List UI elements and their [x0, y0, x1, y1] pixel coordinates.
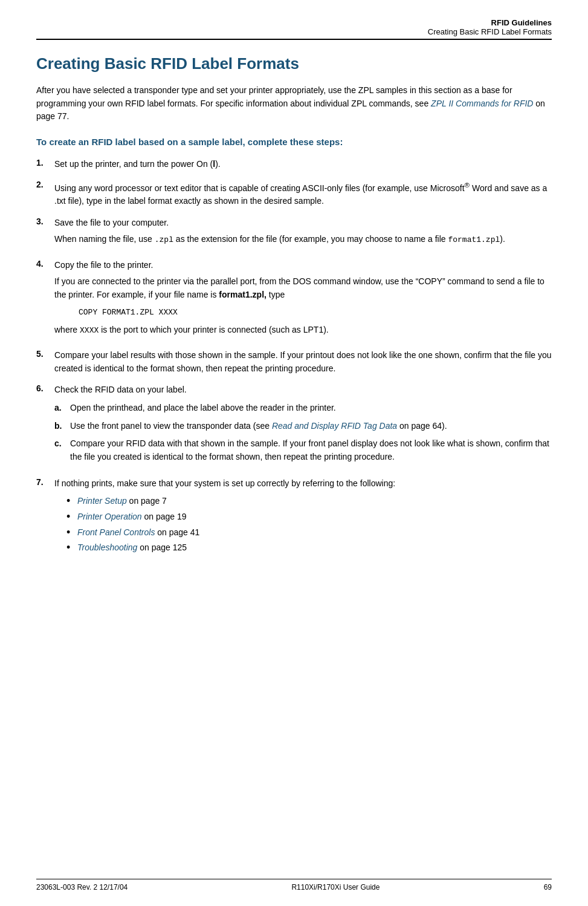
- step-3-content: Save the file to your computer. When nam…: [54, 217, 552, 250]
- step-5: 5. Compare your label results with those…: [36, 349, 552, 375]
- step-6c-label: c.: [54, 437, 70, 451]
- header-title: RFID Guidelines: [36, 18, 552, 27]
- bullet-dot-2: •: [66, 510, 77, 524]
- step-4-content: Copy the file to the printer. If you are…: [54, 259, 552, 341]
- step-6-sublist: a. Open the printhead, and place the lab…: [54, 402, 552, 464]
- step-4-line1: Copy the file to the printer.: [54, 259, 552, 272]
- footer-guide-title: R110Xi/R170Xi User Guide: [291, 883, 380, 891]
- printer-operation-link[interactable]: Printer Operation: [77, 512, 142, 521]
- step-6b-content: Use the front panel to view the transpon…: [70, 420, 552, 433]
- bullet-dot-4: •: [66, 541, 77, 555]
- step-3-line1: Save the file to your computer.: [54, 217, 552, 230]
- step-4-line3: where XXXX is the port to which your pri…: [54, 324, 552, 337]
- step-3-line2: When naming the file, use .zpl as the ex…: [54, 233, 552, 246]
- step-2-content: Using any word processor or text editor …: [54, 180, 552, 208]
- bullet-printer-setup: • Printer Setup on page 7: [66, 495, 552, 508]
- steps-heading: To create an RFID label based on a sampl…: [36, 137, 552, 147]
- step-6a-content: Open the printhead, and place the label …: [70, 402, 552, 415]
- step-4-line2: If you are connected to the printer via …: [54, 275, 552, 301]
- step-1-num: 1.: [36, 158, 54, 168]
- bullet-troubleshooting: • Troubleshooting on page 125: [66, 541, 552, 555]
- step-4-code: COPY FORMAT1.ZPL XXXX: [79, 307, 552, 319]
- intro-paragraph: After you have selected a transponder ty…: [36, 84, 552, 123]
- step-7-content: If nothing prints, make sure that your s…: [54, 477, 552, 557]
- step-6c: c. Compare your RFID data with that show…: [54, 437, 552, 463]
- bullet-dot-1: •: [66, 495, 77, 508]
- bullet-printer-operation: • Printer Operation on page 19: [66, 510, 552, 524]
- printer-setup-link[interactable]: Printer Setup: [77, 496, 127, 506]
- bullet-printer-setup-text: Printer Setup on page 7: [77, 495, 167, 507]
- step-2-num: 2.: [36, 180, 54, 189]
- step-3-num: 3.: [36, 217, 54, 226]
- step-6b-label: b.: [54, 420, 70, 433]
- step-7-intro: If nothing prints, make sure that your s…: [54, 477, 552, 490]
- step-6a-label: a.: [54, 402, 70, 415]
- step-7-bullets: • Printer Setup on page 7 • Printer Oper…: [66, 495, 552, 554]
- step-4: 4. Copy the file to the printer. If you …: [36, 259, 552, 341]
- header-subtitle: Creating Basic RFID Label Formats: [36, 27, 552, 36]
- step-6a: a. Open the printhead, and place the lab…: [54, 402, 552, 415]
- main-title: Creating Basic RFID Label Formats: [36, 54, 552, 73]
- step-6b: b. Use the front panel to view the trans…: [54, 420, 552, 433]
- footer-page-number: 69: [544, 883, 552, 891]
- step-list: 1. Set up the printer, and turn the powe…: [36, 158, 552, 557]
- step-4-num: 4.: [36, 259, 54, 269]
- page-footer: 23063L-003 Rev. 2 12/17/04 R110Xi/R170Xi…: [36, 879, 552, 891]
- page-header: RFID Guidelines Creating Basic RFID Labe…: [36, 18, 552, 40]
- zpl-link[interactable]: ZPL II Commands for RFID: [431, 99, 533, 108]
- step-6: 6. Check the RFID data on your label. a.…: [36, 383, 552, 468]
- step-1-content: Set up the printer, and turn the power O…: [54, 158, 552, 171]
- bullet-printer-operation-text: Printer Operation on page 19: [77, 510, 187, 523]
- bullet-front-panel-text: Front Panel Controls on page 41: [77, 526, 199, 539]
- bullet-dot-3: •: [66, 526, 77, 539]
- step-6-intro: Check the RFID data on your label.: [54, 383, 552, 397]
- bullet-front-panel: • Front Panel Controls on page 41: [66, 526, 552, 539]
- step-6-content: Check the RFID data on your label. a. Op…: [54, 383, 552, 468]
- troubleshooting-link[interactable]: Troubleshooting: [77, 543, 137, 552]
- step-1: 1. Set up the printer, and turn the powe…: [36, 158, 552, 171]
- step-5-num: 5.: [36, 349, 54, 359]
- step-7-num: 7.: [36, 477, 54, 487]
- step-5-content: Compare your label results with those sh…: [54, 349, 552, 375]
- step-3: 3. Save the file to your computer. When …: [36, 217, 552, 250]
- page: RFID Guidelines Creating Basic RFID Labe…: [0, 0, 588, 906]
- front-panel-link[interactable]: Front Panel Controls: [77, 527, 155, 537]
- step-2: 2. Using any word processor or text edit…: [36, 180, 552, 208]
- step-6-num: 6.: [36, 383, 54, 393]
- bullet-troubleshooting-text: Troubleshooting on page 125: [77, 541, 187, 554]
- step-6c-content: Compare your RFID data with that shown i…: [70, 437, 552, 463]
- rfid-tag-link[interactable]: Read and Display RFID Tag Data: [272, 421, 397, 431]
- footer-doc-id: 23063L-003 Rev. 2 12/17/04: [36, 883, 128, 891]
- step-7: 7. If nothing prints, make sure that you…: [36, 477, 552, 557]
